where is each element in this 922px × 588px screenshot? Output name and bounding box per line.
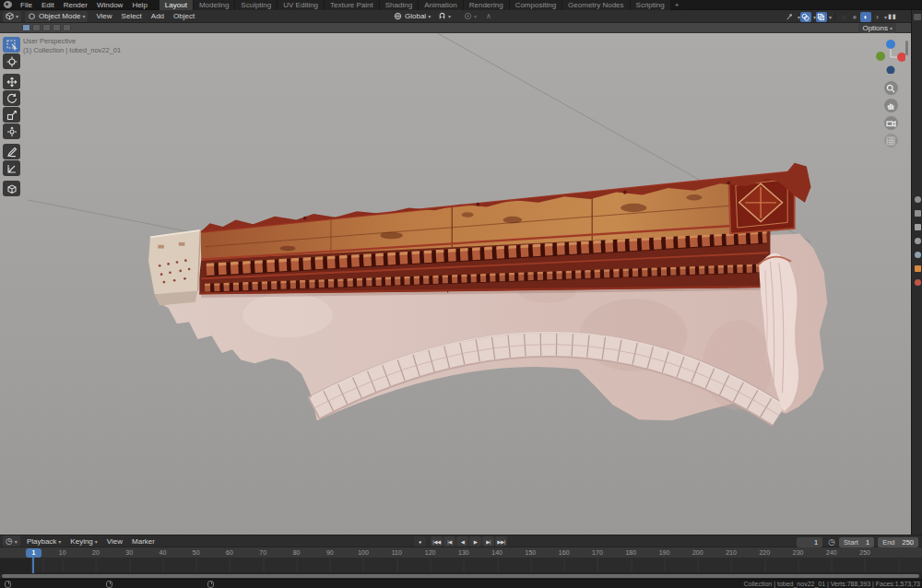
properties-tab-scene[interactable] [912, 234, 922, 248]
workspace-tab-geometry-nodes[interactable]: Geometry Nodes [562, 0, 630, 10]
topbar-menu-help[interactable]: Help [127, 0, 151, 10]
auto-keying-button[interactable]: ● [414, 536, 426, 547]
mode-label: Object Mode [39, 12, 80, 20]
gizmo-icon [786, 13, 794, 21]
properties-tab-view-layer[interactable] [912, 220, 922, 234]
next-keyframe-button[interactable]: ▶| [482, 536, 494, 547]
pan-button[interactable] [884, 99, 898, 112]
workspace-tab-shading[interactable]: Shading [380, 0, 419, 10]
ruler-frame-180: 180 [625, 549, 636, 556]
add-workspace-button[interactable]: + [671, 0, 684, 10]
workspace-tab-rendering[interactable]: Rendering [464, 0, 510, 10]
select-mode-extend-button[interactable] [32, 24, 41, 31]
workspace-tab-layout[interactable]: Layout [160, 0, 194, 10]
orientation-gizmo[interactable] [876, 37, 905, 74]
select-mode-set-button[interactable] [22, 24, 30, 31]
ruler-frame-220: 220 [759, 549, 770, 556]
ruler-frame-110: 110 [392, 549, 402, 556]
gizmo-x-axis[interactable] [897, 53, 905, 62]
tool-measure[interactable] [3, 160, 20, 176]
chevron-down-icon: ▾ [16, 13, 18, 19]
jump-to-end-button[interactable]: ▶▶| [495, 536, 507, 547]
tool-rotate[interactable] [3, 90, 20, 106]
editor-type-button[interactable]: ▾ [3, 11, 21, 22]
snapping-button[interactable]: ▾ [435, 11, 454, 22]
shading-rendered-button[interactable]: ◑ [871, 12, 882, 22]
jump-to-start-button[interactable]: |◀◀ [431, 536, 443, 547]
gizmo-y-axis[interactable] [876, 52, 885, 61]
workspace-tab-animation[interactable]: Animation [419, 0, 464, 10]
play-button[interactable]: ▶ [469, 536, 481, 547]
ruler-frame-200: 200 [692, 549, 703, 556]
timeline-menu-keying[interactable]: Keying▾ [65, 537, 101, 546]
viewport-menu-add[interactable]: Add [147, 12, 169, 20]
show-overlays-button[interactable] [800, 12, 811, 22]
properties-tab-object[interactable] [912, 262, 922, 276]
select-mode-subtract-button[interactable] [42, 24, 51, 31]
blender-logo-icon[interactable] [4, 1, 12, 8]
overlays-icon [801, 13, 810, 21]
workspace-tab-modeling[interactable]: Modeling [194, 0, 235, 10]
timeline-menu-marker[interactable]: Marker [127, 537, 160, 546]
viewport-menu-select[interactable]: Select [117, 12, 147, 20]
tool-scale[interactable] [3, 107, 20, 123]
gizmo-z-axis[interactable] [886, 40, 895, 49]
workspace-tab-uv-editing[interactable]: UV Editing [278, 0, 325, 10]
current-frame-field[interactable]: 1 [797, 537, 822, 547]
timeline-menu-playback[interactable]: Playback▾ [22, 537, 65, 546]
ruler-frame-160: 160 [559, 549, 570, 556]
transform-orientation-dropdown[interactable]: Global ▾ [391, 11, 433, 22]
viewport-menu-object[interactable]: Object [169, 12, 199, 20]
topbar-menu-edit[interactable]: Edit [37, 0, 59, 10]
scene-icon [915, 238, 921, 244]
properties-tab-render[interactable] [912, 193, 922, 206]
timeline-ruler[interactable]: 1 10203040506070809010011012013014015016… [0, 547, 922, 559]
start-frame-field[interactable]: Start 1 [839, 537, 874, 547]
timeline-tracks[interactable] [0, 559, 922, 573]
tool-select-box[interactable] [3, 37, 20, 53]
gizmo-minus-z-axis[interactable] [887, 66, 895, 75]
grid-icon [886, 136, 895, 146]
camera-view-button[interactable] [884, 116, 898, 130]
workspace-tab-sculpting[interactable]: Sculpting [235, 0, 278, 10]
play-reverse-button[interactable]: ◀ [456, 536, 468, 547]
viewport-3d[interactable]: User Perspective (1) Collection | tobed_… [0, 33, 911, 535]
shading-wireframe-button[interactable]: ◌ [838, 12, 849, 22]
workspace-tab-compositing[interactable]: Compositing [510, 0, 562, 10]
select-mode-intersect-button[interactable] [63, 24, 71, 31]
toggle-perspective-button[interactable] [884, 134, 898, 147]
viewport-menu-view[interactable]: View [91, 12, 116, 20]
options-dropdown[interactable]: Options ▾ [858, 23, 896, 33]
properties-editor-icon[interactable] [914, 14, 921, 20]
properties-tab-output[interactable] [912, 206, 922, 220]
topbar-menu-file[interactable]: File [16, 0, 37, 10]
viewport-scrollbar[interactable] [905, 41, 908, 55]
shading-solid-button[interactable]: ● [849, 12, 860, 22]
properties-tab-material[interactable] [912, 276, 922, 289]
viewport-header-right: ▾ ▾ ▾ ◌ ● ◐ ◑ ▾ ▮▮ [785, 11, 898, 22]
workspace-tab-scripting[interactable]: Scripting [631, 0, 671, 10]
tool-add-cube[interactable] [3, 181, 20, 196]
toggle-xray-button[interactable] [816, 12, 827, 22]
timeline-scrollbar-thumb[interactable] [2, 574, 919, 578]
zoom-button[interactable] [884, 81, 898, 95]
end-frame-field[interactable]: End 250 [878, 537, 918, 547]
pause-bars-icon[interactable]: ▮▮ [887, 12, 898, 22]
tool-transform[interactable] [3, 123, 20, 139]
select-mode-invert-button[interactable] [53, 24, 61, 31]
shading-material-preview-button[interactable]: ◐ [860, 12, 871, 22]
properties-tab-world[interactable] [912, 248, 922, 262]
previous-keyframe-button[interactable]: |◀ [443, 536, 455, 547]
tool-annotate[interactable] [3, 144, 20, 159]
workspace-tab-texture-paint[interactable]: Texture Paint [325, 0, 380, 10]
timeline-menu-view[interactable]: View [102, 537, 127, 546]
show-gizmo-button[interactable] [785, 12, 796, 22]
timeline-editor-type-button[interactable]: ◷ ▾ [3, 535, 20, 547]
proportional-editing-button[interactable]: ▾ [461, 11, 479, 22]
mode-dropdown[interactable]: Object Mode ▾ [25, 11, 88, 22]
tool-cursor[interactable] [3, 53, 20, 69]
topbar-menu-window[interactable]: Window [92, 0, 127, 10]
topbar-menu-render[interactable]: Render [59, 0, 92, 10]
tool-move[interactable] [3, 74, 20, 89]
timeline-menus: Playback▾Keying▾ViewMarker [22, 537, 160, 546]
